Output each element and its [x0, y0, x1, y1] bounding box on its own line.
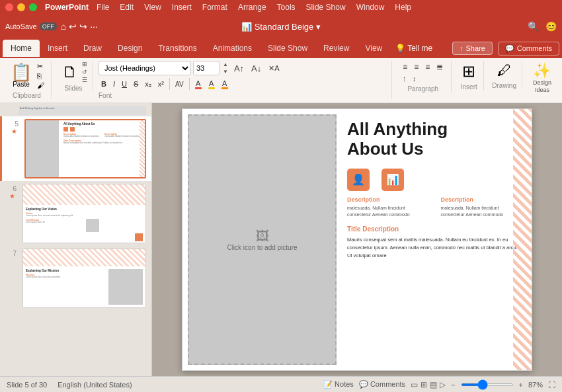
font-family-select[interactable]: Jost (Headings)	[99, 61, 191, 75]
paste-icon: 📋	[11, 63, 32, 81]
new-slide-icon: 🗋	[62, 63, 78, 81]
font-size-decrease[interactable]: A↓	[249, 61, 264, 75]
share-icon: ↑	[460, 44, 463, 52]
language: English (United States)	[58, 381, 132, 389]
menu-tools[interactable]: Tools	[277, 3, 296, 12]
superscript-button[interactable]: x²	[155, 77, 167, 91]
tab-transitions[interactable]: Transitions	[150, 40, 204, 57]
zoom-out-icon[interactable]: −	[451, 381, 455, 389]
justify-button[interactable]: ≣	[434, 61, 446, 73]
new-slide-button[interactable]: 🗋	[60, 61, 81, 83]
home-icon[interactable]: ⌂	[61, 21, 66, 32]
tell-me[interactable]: 💡 Tell me	[395, 44, 432, 53]
paragraph-label: Paragraph	[407, 85, 438, 93]
line-spacing-button[interactable]: ↕	[410, 74, 419, 84]
desc-section-1: Description malesuada. Nullam tincidunt …	[347, 196, 430, 219]
align-center-button[interactable]: ≡	[411, 61, 421, 73]
slide-7-thumb: Explaining Our Mission Mission Lorem ips…	[22, 249, 146, 308]
menu-window[interactable]: Window	[356, 3, 385, 12]
toolbar-right: 🔍 😊	[528, 21, 557, 32]
char-spacing-button[interactable]: AV	[173, 77, 186, 91]
highlight-indicator	[208, 87, 215, 89]
more-icon[interactable]: ···	[90, 21, 98, 32]
slide-item-5[interactable]: 5 ★ All Anything About Us	[0, 116, 151, 181]
profile-icon[interactable]: 😊	[545, 21, 557, 32]
slideshow-view-icon[interactable]: ▷	[440, 380, 446, 389]
font-size-down[interactable]: ▼	[221, 68, 229, 75]
image-placeholder[interactable]: 🖼 Click icon to add picture	[188, 114, 337, 365]
section-title: Title Description	[347, 225, 524, 233]
menu-insert[interactable]: Insert	[172, 3, 192, 12]
align-right-button[interactable]: ≡	[422, 61, 432, 73]
menu-arrange[interactable]: Arrange	[238, 3, 266, 12]
slide-layout-icon[interactable]: ⊞	[82, 61, 87, 67]
font-color-button[interactable]: A	[219, 77, 231, 91]
format-painter-icon[interactable]: 🖌	[37, 81, 44, 89]
menu-slideshow[interactable]: Slide Show	[306, 3, 346, 12]
font-size-increase[interactable]: A↑	[231, 61, 247, 75]
clear-format-button[interactable]: ✕A	[266, 61, 282, 75]
doc-title-chevron[interactable]: ▾	[316, 22, 321, 32]
font-size-up[interactable]: ▲	[221, 61, 229, 68]
cut-icon[interactable]: ✂	[37, 62, 44, 71]
underline-button[interactable]: U	[119, 77, 130, 91]
tab-home[interactable]: Home	[3, 40, 40, 57]
font-size-input[interactable]	[193, 61, 220, 75]
ribbon-group-drawing: 🖊 Drawing	[489, 61, 522, 89]
slide-item-7[interactable]: 7 ★ Explaining Our Mission Mission Lorem…	[0, 246, 151, 311]
share-button[interactable]: ↑ Share	[452, 42, 493, 55]
design-ideas-button[interactable]: ✨ DesignIdeas	[528, 61, 557, 95]
highlight-button[interactable]: A	[206, 77, 218, 91]
normal-view-icon[interactable]: ▭	[411, 380, 418, 389]
desc-sections: Description malesuada. Nullam tincidunt …	[347, 196, 524, 219]
bold-button[interactable]: B	[99, 77, 109, 91]
paste-button[interactable]: 📋 Paste	[8, 62, 34, 89]
section-icon[interactable]: ☰	[82, 77, 87, 83]
italic-button[interactable]: I	[110, 77, 118, 91]
menu-file[interactable]: File	[97, 3, 109, 12]
autosave-toggle[interactable]: OFF	[40, 22, 57, 30]
redo-icon[interactable]: ↪	[79, 21, 87, 32]
menu-help[interactable]: Help	[395, 3, 411, 12]
reset-icon[interactable]: ↺	[82, 69, 87, 75]
font-row: Jost (Headings) ▲ ▼ A↑ A↓ ✕A	[99, 61, 386, 75]
doc-title[interactable]: 📊 Standard Beige ▾	[241, 22, 321, 32]
tab-design[interactable]: Design	[110, 40, 150, 57]
tab-draw[interactable]: Draw	[75, 40, 110, 57]
subscript-button[interactable]: x₂	[142, 77, 154, 91]
search-icon[interactable]: 🔍	[528, 21, 539, 32]
zoom-slider[interactable]	[461, 383, 514, 386]
font-group-label: Font	[99, 92, 386, 99]
menu-format[interactable]: Format	[202, 3, 227, 12]
icon-box-2: 📊	[381, 169, 404, 191]
font-size-arrows: ▲ ▼	[221, 61, 229, 75]
drawing-button[interactable]: 🖊	[495, 61, 514, 81]
copy-icon[interactable]: ⎘	[37, 72, 44, 80]
text-color-button[interactable]: A	[192, 77, 204, 91]
reading-view-icon[interactable]: ▤	[430, 380, 437, 389]
menu-view[interactable]: View	[144, 3, 161, 12]
menu-edit[interactable]: Edit	[120, 3, 134, 12]
tab-review[interactable]: Review	[315, 40, 357, 57]
insert-button[interactable]: ⊞	[460, 61, 478, 82]
zoom-in-icon[interactable]: +	[519, 381, 523, 389]
tab-insert[interactable]: Insert	[40, 40, 75, 57]
fit-to-window-icon[interactable]: ⛶	[548, 381, 555, 389]
minimize-button[interactable]	[17, 3, 25, 11]
slide-item-6[interactable]: 6 ★ Explaining Our Vision Vision Lorem i…	[0, 181, 151, 246]
tab-animations[interactable]: Animations	[205, 40, 260, 57]
tab-view[interactable]: View	[357, 40, 390, 57]
maximize-button[interactable]	[29, 3, 37, 11]
close-button[interactable]	[5, 3, 13, 11]
slide-sorter-icon[interactable]: ⊞	[421, 380, 427, 389]
slide-6-thumb: Explaining Our Vision Vision Lorem ipsum…	[22, 184, 146, 243]
comments-button[interactable]: 💬 Comments	[359, 380, 405, 389]
comments-button[interactable]: 💬 Comments	[498, 42, 559, 56]
view-icons: ▭ ⊞ ▤ ▷	[411, 380, 446, 389]
strikethrough-button[interactable]: S	[131, 77, 141, 91]
undo-icon[interactable]: ↩	[69, 21, 77, 32]
notes-button[interactable]: 📝 Notes	[323, 380, 354, 389]
columns-button[interactable]: ⫶	[400, 74, 409, 84]
tab-slideshow[interactable]: Slide Show	[260, 40, 315, 57]
align-left-button[interactable]: ≡	[400, 61, 410, 73]
